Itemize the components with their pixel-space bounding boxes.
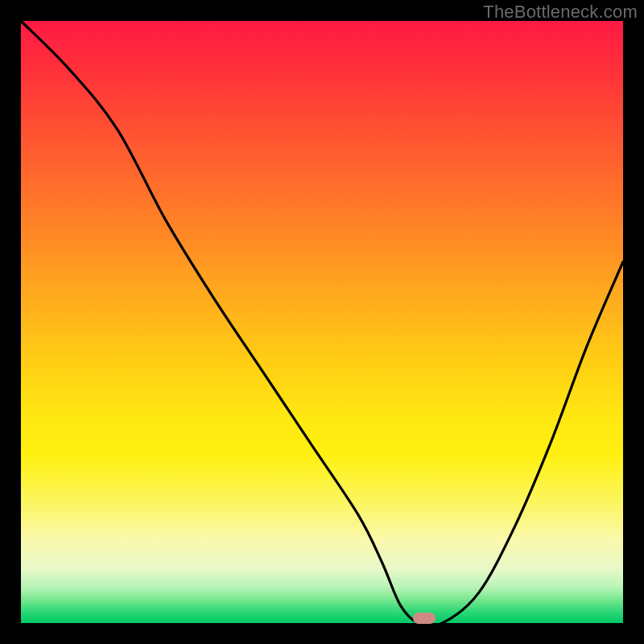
optimal-marker: [413, 613, 436, 624]
chart-frame: TheBottleneck.com: [0, 0, 644, 644]
bottleneck-curve: [21, 21, 623, 623]
watermark-text: TheBottleneck.com: [483, 2, 638, 23]
